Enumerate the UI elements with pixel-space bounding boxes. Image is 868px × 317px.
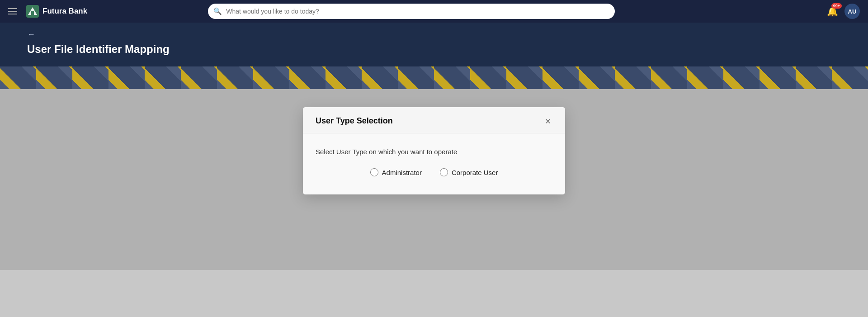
page-banner — [0, 66, 868, 89]
corporate-user-option[interactable]: Corporate User — [440, 168, 498, 176]
modal-title: User Type Selection — [316, 116, 393, 126]
modal-header: User Type Selection × — [303, 107, 565, 133]
notification-bell[interactable]: 🔔 99+ — [827, 6, 838, 17]
top-navigation: Futura Bank 🔍 🔔 99+ AU — [0, 0, 868, 23]
modal-options: Administrator Corporate User — [316, 168, 552, 176]
logo-icon — [26, 5, 39, 18]
modal-instruction: Select User Type on which you want to op… — [316, 148, 552, 156]
administrator-radio[interactable] — [370, 168, 378, 176]
avatar[interactable]: AU — [844, 4, 860, 19]
app-name: Futura Bank — [42, 7, 87, 16]
modal-close-button[interactable]: × — [543, 117, 552, 126]
page-title: User File Identifier Mapping — [27, 43, 841, 56]
nav-actions: 🔔 99+ AU — [827, 4, 860, 19]
administrator-label: Administrator — [382, 169, 422, 176]
notification-badge: 99+ — [831, 3, 842, 9]
main-content: User Type Selection × Select User Type o… — [0, 89, 868, 270]
app-logo: Futura Bank — [26, 5, 99, 18]
corporate-user-label: Corporate User — [452, 169, 498, 176]
administrator-option[interactable]: Administrator — [370, 168, 422, 176]
user-type-selection-modal: User Type Selection × Select User Type o… — [303, 107, 565, 194]
modal-body: Select User Type on which you want to op… — [303, 133, 565, 194]
search-container: 🔍 — [208, 4, 615, 19]
svg-rect-2 — [31, 11, 34, 15]
modal-overlay: User Type Selection × Select User Type o… — [0, 89, 868, 270]
back-button[interactable]: ← — [27, 30, 35, 39]
search-icon: 🔍 — [213, 7, 222, 15]
page-header: ← User File Identifier Mapping — [0, 23, 868, 66]
hamburger-menu[interactable] — [8, 8, 17, 14]
corporate-user-radio[interactable] — [440, 168, 448, 176]
search-input[interactable] — [208, 4, 615, 19]
